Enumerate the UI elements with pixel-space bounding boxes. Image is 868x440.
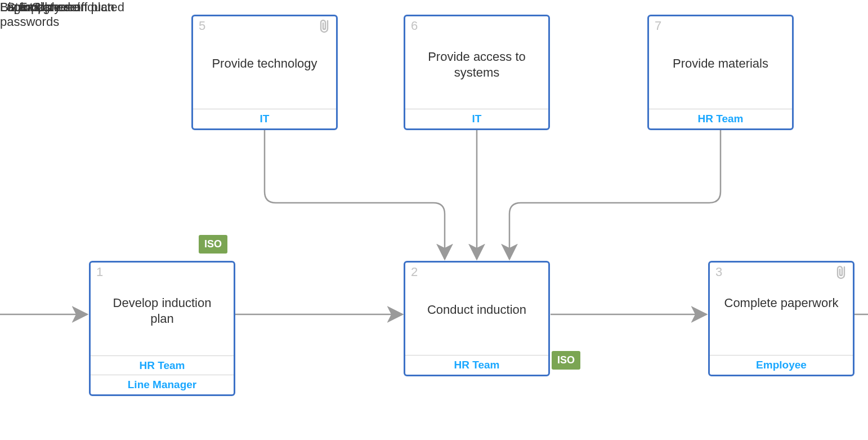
attachment-icon xyxy=(318,19,332,37)
edge-5-to-2 xyxy=(265,130,445,259)
node-title: Develop induction plan xyxy=(91,295,234,326)
node-title: Provide access to systems xyxy=(405,49,548,80)
node-title: Conduct induction xyxy=(405,302,548,318)
role-row[interactable]: Line Manager xyxy=(91,375,234,394)
attachment-icon xyxy=(835,265,848,283)
process-node-5[interactable]: 5 Provide technology IT xyxy=(191,15,338,130)
process-node-2[interactable]: 2 Conduct induction HR Team xyxy=(404,261,550,376)
node-number: 1 xyxy=(96,265,103,279)
node-title: Complete paperwork xyxy=(710,295,853,311)
role-row[interactable]: HR Team xyxy=(649,109,792,128)
node-number: 3 xyxy=(715,265,722,279)
node-number: 5 xyxy=(199,19,205,33)
node-number: 2 xyxy=(411,265,418,279)
role-row[interactable]: IT xyxy=(193,109,336,128)
node-title: Provide technology xyxy=(193,56,336,72)
edge-7-to-2 xyxy=(509,130,721,259)
edge-label-7-2: Biz cards xyxy=(0,0,84,15)
iso-tag[interactable]: ISO xyxy=(552,351,580,370)
iso-tag[interactable]: ISO xyxy=(199,235,227,254)
process-node-7[interactable]: 7 Provide materials HR Team xyxy=(647,15,794,130)
process-node-1[interactable]: 1 Develop induction plan HR Team Line Ma… xyxy=(89,261,235,396)
role-row[interactable]: HR Team xyxy=(405,355,548,375)
process-node-3[interactable]: 3 Complete paperwork Employee xyxy=(708,261,854,376)
process-node-6[interactable]: 6 Provide access to systems IT xyxy=(404,15,550,130)
node-number: 7 xyxy=(655,19,661,33)
node-number: 6 xyxy=(411,19,418,33)
node-title: Provide materials xyxy=(649,56,792,72)
role-row[interactable]: IT xyxy=(405,109,548,128)
role-row[interactable]: Employee xyxy=(710,355,853,375)
role-row[interactable]: HR Team xyxy=(91,355,234,375)
